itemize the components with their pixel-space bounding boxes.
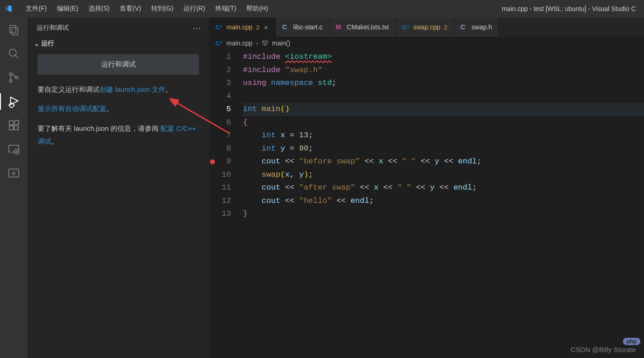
source-control-icon[interactable] bbox=[7, 71, 21, 84]
run-and-debug-button[interactable]: 运行和调试 bbox=[38, 54, 199, 75]
menu-terminal[interactable]: 终端(T) bbox=[211, 3, 241, 15]
breakpoint-icon[interactable] bbox=[210, 159, 215, 164]
tab-label: main.cpp bbox=[226, 23, 253, 31]
line-number[interactable]: 5 bbox=[217, 103, 231, 116]
tab-modified-badge: 2 bbox=[256, 24, 259, 31]
code-line[interactable]: int x = 13; bbox=[243, 129, 644, 142]
svg-rect-13 bbox=[14, 126, 18, 130]
menu-view[interactable]: 查看(V) bbox=[115, 3, 146, 15]
c-file-icon: C bbox=[461, 23, 468, 31]
line-number[interactable]: 1 bbox=[217, 50, 231, 64]
tab-label: swap.cpp bbox=[413, 23, 440, 31]
svg-rect-11 bbox=[9, 121, 13, 125]
code-editor[interactable]: 12345678910111213 #include <iostream>#in… bbox=[209, 50, 644, 221]
breadcrumb-symbol[interactable]: main() bbox=[272, 39, 290, 47]
svg-point-5 bbox=[10, 80, 12, 82]
code-line[interactable]: int main() bbox=[243, 103, 644, 116]
section-label: 运行 bbox=[41, 39, 54, 48]
svg-point-4 bbox=[10, 73, 12, 75]
line-number[interactable]: 9 bbox=[217, 155, 231, 168]
code-line[interactable]: #include <iostream> bbox=[243, 50, 644, 64]
menu-run[interactable]: 运行(R) bbox=[179, 3, 209, 15]
cmake-file-icon: M bbox=[336, 23, 343, 31]
code-line[interactable]: int y = 90; bbox=[243, 142, 644, 156]
svg-rect-14 bbox=[15, 120, 19, 124]
chevron-down-icon: ⌄ bbox=[34, 40, 39, 47]
tab-swap-cpp[interactable]: C⁺swap.cpp2 bbox=[396, 17, 454, 37]
close-icon[interactable]: × bbox=[263, 23, 269, 31]
menu-file[interactable]: 文件(F) bbox=[21, 3, 51, 15]
svg-rect-0 bbox=[10, 25, 16, 33]
menu-edit[interactable]: 编辑(E) bbox=[52, 3, 83, 15]
editor-area: C⁺main.cpp2×Clibc-start.cMCMakeLists.txt… bbox=[209, 17, 644, 358]
line-number[interactable]: 11 bbox=[217, 181, 231, 195]
svg-point-6 bbox=[16, 76, 18, 78]
output-icon[interactable] bbox=[7, 166, 21, 180]
svg-rect-1 bbox=[12, 28, 18, 35]
line-number[interactable]: 6 bbox=[217, 116, 231, 129]
menu-go[interactable]: 转到(G) bbox=[147, 3, 178, 15]
cpp-file-icon: C⁺ bbox=[402, 23, 409, 31]
code-line[interactable]: cout << "after swap" << x << " " << y <<… bbox=[243, 181, 644, 195]
custom-text: 要自定义运行和调试创建 launch.json 文件。 bbox=[38, 83, 199, 96]
menu-bar: 文件(F) 编辑(E) 选择(S) 查看(V) 转到(G) 运行(R) 终端(T… bbox=[21, 3, 273, 15]
side-section-header[interactable]: ⌄ 运行 bbox=[28, 36, 209, 50]
breadcrumb[interactable]: C⁺ main.cpp › main() bbox=[209, 37, 644, 50]
tab-label: swap.h bbox=[472, 23, 492, 31]
line-number[interactable]: 13 bbox=[217, 207, 231, 221]
side-panel-title: 运行和调试 bbox=[37, 24, 69, 32]
create-launch-json-link[interactable]: 创建 launch.json 文件 bbox=[99, 85, 165, 93]
tab-libc-start-c[interactable]: Clibc-start.c bbox=[276, 17, 330, 37]
show-auto-debug-link[interactable]: 显示所有自动调试配置 bbox=[38, 105, 106, 112]
window-title: main.cpp - test [WSL: ubuntu] - Visual S… bbox=[273, 5, 640, 12]
line-number[interactable]: 8 bbox=[217, 142, 231, 156]
tab-label: libc-start.c bbox=[293, 23, 323, 31]
explorer-icon[interactable] bbox=[7, 23, 21, 37]
php-badge: php bbox=[623, 338, 640, 345]
c-file-icon: C bbox=[282, 23, 290, 31]
code-line[interactable]: using namespace std; bbox=[243, 77, 644, 90]
svg-rect-12 bbox=[9, 126, 13, 130]
line-number[interactable]: 7 bbox=[217, 129, 231, 142]
title-bar: 文件(F) 编辑(E) 选择(S) 查看(V) 转到(G) 运行(R) 终端(T… bbox=[0, 0, 644, 17]
code-line[interactable]: #include "swap.h" bbox=[243, 64, 644, 77]
activity-bar bbox=[0, 17, 28, 358]
code-line[interactable]: cout << "before swap" << x << " " << y <… bbox=[243, 155, 644, 168]
run-debug-icon[interactable] bbox=[7, 95, 21, 108]
extensions-icon[interactable] bbox=[7, 118, 21, 132]
tab-CMakeLists-txt[interactable]: MCMakeLists.txt bbox=[330, 17, 396, 37]
search-icon[interactable] bbox=[7, 47, 21, 61]
chevron-right-icon: › bbox=[256, 39, 259, 47]
side-panel: 运行和调试 ⋯ ⌄ 运行 运行和调试 要自定义运行和调试创建 launch.js… bbox=[28, 17, 209, 358]
vscode-logo-icon bbox=[4, 4, 13, 13]
cpp-file-icon: C⁺ bbox=[215, 39, 223, 47]
cube-icon bbox=[262, 39, 268, 47]
code-line[interactable]: cout << "hello" << endl; bbox=[243, 195, 644, 208]
learn-more-text: 要了解有关 launch.json 的信息，请参阅 配置 C/C++ 调试。 bbox=[38, 122, 199, 148]
cpp-file-icon: C⁺ bbox=[215, 23, 223, 31]
tab-label: CMakeLists.txt bbox=[347, 23, 389, 31]
tab-swap-h[interactable]: Cswap.h bbox=[454, 17, 499, 37]
tab-modified-badge: 2 bbox=[444, 24, 447, 31]
remote-icon[interactable] bbox=[7, 142, 21, 156]
watermark: CSDN @Billy Sturate bbox=[571, 346, 636, 353]
tab-main-cpp[interactable]: C⁺main.cpp2× bbox=[209, 17, 276, 37]
code-line[interactable] bbox=[243, 90, 644, 103]
line-number[interactable]: 2 bbox=[217, 64, 231, 77]
line-number[interactable]: 3 bbox=[217, 77, 231, 90]
show-auto-config: 显示所有自动调试配置。 bbox=[38, 102, 199, 116]
editor-tabs: C⁺main.cpp2×Clibc-start.cMCMakeLists.txt… bbox=[209, 17, 644, 37]
code-line[interactable]: swap(x, y); bbox=[243, 168, 644, 182]
svg-line-3 bbox=[15, 55, 18, 58]
breadcrumb-file[interactable]: main.cpp bbox=[226, 39, 253, 47]
code-line[interactable]: } bbox=[243, 207, 644, 221]
line-number[interactable]: 4 bbox=[217, 90, 231, 103]
line-number[interactable]: 10 bbox=[217, 168, 231, 182]
code-line[interactable]: { bbox=[243, 116, 644, 129]
svg-marker-7 bbox=[11, 97, 18, 105]
menu-help[interactable]: 帮助(H) bbox=[242, 3, 272, 15]
line-number[interactable]: 12 bbox=[217, 195, 231, 208]
more-icon[interactable]: ⋯ bbox=[193, 23, 201, 33]
menu-selection[interactable]: 选择(S) bbox=[84, 3, 115, 15]
svg-point-2 bbox=[9, 49, 16, 56]
